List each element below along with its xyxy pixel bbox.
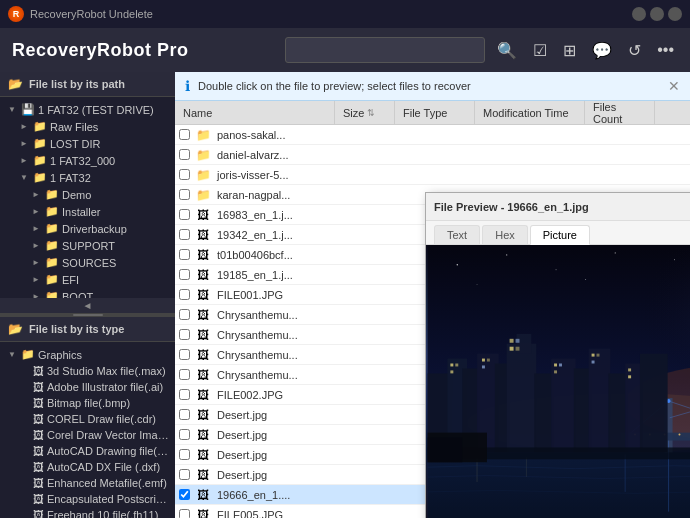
row-checkbox[interactable] xyxy=(175,429,193,440)
table-row[interactable]: 📁 panos-sakal... xyxy=(175,125,690,145)
path-tree-item[interactable]: ►📁SUPPORT xyxy=(0,237,175,254)
type-tree-item[interactable]: 🖼AutoCAD DX File (.dxf) xyxy=(0,459,175,475)
path-tree-item[interactable]: ►📁Driverbackup xyxy=(0,220,175,237)
file-name: Desert.jpg xyxy=(213,429,335,441)
row-checkbox[interactable] xyxy=(175,129,193,140)
row-checkbox[interactable] xyxy=(175,249,193,260)
file-name: 19666_en_1.... xyxy=(213,489,335,501)
path-tree-item[interactable]: ►📁1 FAT32_000 xyxy=(0,152,175,169)
file-icon: 🖼 xyxy=(193,408,213,422)
maximize-button[interactable]: □ xyxy=(650,7,664,21)
row-checkbox[interactable] xyxy=(175,269,193,280)
type-tree-item[interactable]: 🖼AutoCAD Drawing file(.dwg) xyxy=(0,443,175,459)
svg-rect-56 xyxy=(450,370,453,373)
row-checkbox[interactable] xyxy=(175,409,193,420)
tab-text[interactable]: Text xyxy=(434,225,480,244)
sidebar-path-section: 📂 File list by its path ▼💾1 FAT32 (TEST … xyxy=(0,72,175,313)
type-tree-item[interactable]: 🖼Bitmap file(.bmp) xyxy=(0,395,175,411)
message-icon[interactable]: 💬 xyxy=(588,37,616,64)
type-tree-item[interactable]: 🖼Freehand 10 file(.fh11) xyxy=(0,507,175,518)
close-button[interactable]: ✕ xyxy=(668,7,682,21)
file-icon: 🖼 xyxy=(193,468,213,482)
type-tree-item[interactable]: 🖼Enhanced Metafile(.emf) xyxy=(0,475,175,491)
row-checkbox[interactable] xyxy=(175,489,193,500)
file-name: Chrysanthemu... xyxy=(213,369,335,381)
th-type[interactable]: File Type xyxy=(395,101,475,124)
path-tree-item[interactable]: ►📁BOOT xyxy=(0,288,175,298)
row-checkbox[interactable] xyxy=(175,289,193,300)
minimize-button[interactable]: − xyxy=(632,7,646,21)
svg-rect-64 xyxy=(554,364,557,367)
th-name[interactable]: Name xyxy=(175,101,335,124)
th-modified[interactable]: Modification Time xyxy=(475,101,585,124)
svg-point-10 xyxy=(477,284,478,285)
row-checkbox[interactable] xyxy=(175,369,193,380)
tab-hex[interactable]: Hex xyxy=(482,225,528,244)
row-checkbox[interactable] xyxy=(175,209,193,220)
path-tree-item[interactable]: ►📁SOURCES xyxy=(0,254,175,271)
file-name: FILE001.JPG xyxy=(213,289,335,301)
row-checkbox[interactable] xyxy=(175,329,193,340)
th-count[interactable]: Files Count xyxy=(585,101,655,124)
path-tree-item[interactable]: ►📁EFI xyxy=(0,271,175,288)
row-checkbox[interactable] xyxy=(175,189,193,200)
th-size[interactable]: Size ⇅ xyxy=(335,101,395,124)
file-icon: 🖼 xyxy=(193,348,213,362)
path-tree-item[interactable]: ▼📁1 FAT32 xyxy=(0,169,175,186)
toolbar-right: 🔍 ☑ ⊞ 💬 ↺ ••• xyxy=(285,37,678,64)
type-tree-item[interactable]: 🖼COREL Draw file(.cdr) xyxy=(0,411,175,427)
toolbar: RecoveryRobot Pro 🔍 ☑ ⊞ 💬 ↺ ••• xyxy=(0,28,690,72)
tab-picture[interactable]: Picture xyxy=(530,225,590,245)
row-checkbox[interactable] xyxy=(175,469,193,480)
preview-window: File Preview - 19666_en_1.jpg − □ ✕ Text… xyxy=(425,192,690,518)
row-checkbox[interactable] xyxy=(175,309,193,320)
type-tree-item[interactable]: 🖼Adobe Illustrator file(.ai) xyxy=(0,379,175,395)
grid-icon[interactable]: ⊞ xyxy=(559,37,580,64)
path-tree-item[interactable]: ▼💾1 FAT32 (TEST DRIVE) xyxy=(0,101,175,118)
path-tree-item[interactable]: ►📁LOST DIR xyxy=(0,135,175,152)
type-tree-item[interactable]: 🖼3d Studio Max file(.max) xyxy=(0,363,175,379)
row-checkbox[interactable] xyxy=(175,149,193,160)
app-name: RecoveryRobot Pro xyxy=(12,40,189,61)
app-logo: R xyxy=(8,6,24,22)
table-row[interactable]: 📁 joris-visser-5... xyxy=(175,165,690,185)
sidebar-path-tree[interactable]: ▼💾1 FAT32 (TEST DRIVE)►📁Raw Files►📁LOST … xyxy=(0,97,175,298)
more-icon[interactable]: ••• xyxy=(653,37,678,63)
refresh-icon[interactable]: ↺ xyxy=(624,37,645,64)
svg-rect-65 xyxy=(559,364,562,367)
file-icon: 🖼 xyxy=(193,328,213,342)
row-checkbox[interactable] xyxy=(175,229,193,240)
path-tree-item[interactable]: ►📁Demo xyxy=(0,186,175,203)
row-checkbox[interactable] xyxy=(175,389,193,400)
sidebar-path-header: 📂 File list by its path xyxy=(0,72,175,97)
path-tree-item[interactable]: ►📁Raw Files xyxy=(0,118,175,135)
search-box[interactable] xyxy=(285,37,485,63)
type-tree-item[interactable]: 🖼Encapsulated Postscript file(.) xyxy=(0,491,175,507)
checkbox-icon[interactable]: ☑ xyxy=(529,37,551,64)
sidebar-type-tree[interactable]: ▼📁Graphics🖼3d Studio Max file(.max)🖼Adob… xyxy=(0,342,175,518)
svg-rect-50 xyxy=(589,349,611,453)
info-close-button[interactable]: ✕ xyxy=(668,78,680,94)
search-icon[interactable]: 🔍 xyxy=(493,37,521,64)
file-name: Desert.jpg xyxy=(213,409,335,421)
row-checkbox[interactable] xyxy=(175,349,193,360)
type-tree-item[interactable]: 🖼Corel Draw Vector Image file(.) xyxy=(0,427,175,443)
svg-rect-58 xyxy=(487,359,490,362)
preview-title: File Preview - 19666_en_1.jpg xyxy=(434,201,589,213)
preview-content: © Party Shasta • Carlos Torres Photograp… xyxy=(426,245,690,518)
svg-rect-81 xyxy=(428,438,463,463)
path-tree-item[interactable]: ►📁Installer xyxy=(0,203,175,220)
type-tree-item[interactable]: ▼📁Graphics xyxy=(0,346,175,363)
title-bar-controls: − □ ✕ xyxy=(632,7,682,21)
svg-rect-69 xyxy=(592,361,595,364)
svg-point-4 xyxy=(457,264,458,265)
row-checkbox[interactable] xyxy=(175,449,193,460)
path-scroll-arrow[interactable]: ◄ xyxy=(0,298,175,313)
info-text: Double click on the file to preview; sel… xyxy=(198,80,660,92)
table-row[interactable]: 📁 daniel-alvarz... xyxy=(175,145,690,165)
row-checkbox[interactable] xyxy=(175,509,193,518)
row-checkbox[interactable] xyxy=(175,169,193,180)
file-icon: 📁 xyxy=(193,188,213,202)
file-icon: 🖼 xyxy=(193,428,213,442)
file-icon: 📁 xyxy=(193,168,213,182)
